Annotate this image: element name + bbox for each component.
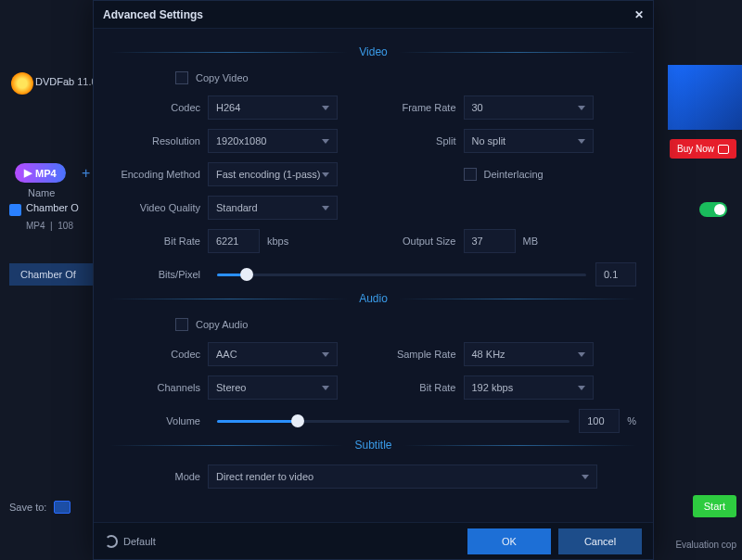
quality-select[interactable]: Standard bbox=[208, 196, 338, 220]
cancel-button[interactable]: Cancel bbox=[558, 528, 642, 554]
framerate-label: Frame Rate bbox=[385, 102, 464, 113]
video-bitrate-label: Bit Rate bbox=[110, 235, 208, 247]
buy-now-button[interactable]: Buy Now bbox=[670, 139, 736, 159]
quality-label: Video Quality bbox=[110, 202, 208, 213]
list-item-selected[interactable]: Chamber Of bbox=[9, 263, 102, 286]
subtitle-mode-select[interactable]: Direct render to video bbox=[208, 465, 597, 489]
audio-bitrate-select[interactable]: 192 kbps bbox=[464, 375, 594, 400]
add-button[interactable]: + bbox=[82, 165, 90, 182]
samplerate-select[interactable]: 48 KHz bbox=[464, 342, 594, 366]
copy-audio-label: Copy Audio bbox=[196, 319, 248, 330]
advanced-settings-modal: Advanced Settings ✕ Video Copy Video Cod… bbox=[93, 0, 654, 560]
item-checkbox[interactable] bbox=[9, 204, 21, 216]
resolution-label: Resolution bbox=[110, 135, 208, 146]
video-section-header: Video bbox=[110, 45, 636, 58]
split-label: Split bbox=[385, 135, 464, 146]
outputsize-input[interactable] bbox=[464, 229, 516, 253]
start-button[interactable]: Start bbox=[693, 495, 736, 517]
deinterlacing-checkbox[interactable] bbox=[464, 168, 477, 181]
save-to-label: Save to: bbox=[9, 501, 70, 514]
list-item-meta: MP4 | 108 bbox=[26, 221, 73, 231]
folder-icon[interactable] bbox=[54, 501, 70, 514]
encoding-label: Encoding Method bbox=[110, 169, 208, 180]
chevron-down-icon bbox=[578, 106, 585, 110]
copy-video-label: Copy Video bbox=[196, 72, 249, 83]
refresh-icon bbox=[105, 535, 118, 548]
volume-slider[interactable] bbox=[217, 412, 569, 430]
chevron-down-icon bbox=[578, 352, 585, 357]
modal-footer: Default OK Cancel bbox=[94, 522, 653, 559]
volume-unit: % bbox=[627, 415, 636, 426]
video-codec-select[interactable]: H264 bbox=[208, 95, 338, 120]
default-button[interactable]: Default bbox=[105, 535, 156, 548]
modal-body: Video Copy Video Codec H264 Frame Rate 3… bbox=[94, 29, 653, 522]
encoding-select[interactable]: Fast encoding (1-pass) bbox=[208, 162, 338, 186]
video-bitrate-input[interactable] bbox=[208, 229, 260, 253]
cart-icon bbox=[718, 145, 729, 154]
volume-input[interactable] bbox=[579, 409, 620, 433]
bitspixel-label: Bits/Pixel bbox=[110, 269, 208, 280]
modal-title: Advanced Settings bbox=[103, 8, 203, 21]
audio-codec-select[interactable]: AAC bbox=[208, 342, 338, 366]
copy-audio-checkbox[interactable] bbox=[175, 318, 188, 331]
enable-toggle[interactable] bbox=[699, 202, 727, 217]
channels-label: Channels bbox=[110, 382, 208, 393]
ok-button[interactable]: OK bbox=[467, 528, 551, 554]
bitrate-unit: kbps bbox=[267, 235, 288, 247]
channels-select[interactable]: Stereo bbox=[208, 375, 338, 400]
chevron-down-icon bbox=[578, 139, 585, 144]
chevron-down-icon bbox=[322, 139, 329, 144]
audio-section-header: Audio bbox=[110, 292, 636, 305]
promo-panel bbox=[668, 65, 742, 130]
modal-titlebar: Advanced Settings ✕ bbox=[94, 1, 653, 29]
framerate-select[interactable]: 30 bbox=[464, 95, 594, 120]
deinterlacing-row: Deinterlacing bbox=[464, 168, 544, 181]
split-select[interactable]: No split bbox=[464, 129, 594, 153]
bitspixel-input[interactable] bbox=[595, 262, 636, 286]
evaluation-text: Evaluation cop bbox=[675, 540, 736, 550]
samplerate-label: Sample Rate bbox=[385, 349, 464, 360]
subtitle-section-header: Subtitle bbox=[110, 439, 636, 452]
volume-label: Volume bbox=[110, 415, 208, 426]
chevron-down-icon bbox=[322, 352, 329, 357]
subtitle-mode-label: Mode bbox=[110, 471, 208, 482]
chevron-down-icon bbox=[582, 475, 589, 479]
copy-audio-row: Copy Audio bbox=[175, 318, 636, 331]
chevron-down-icon bbox=[322, 386, 329, 390]
audio-bitrate-label: Bit Rate bbox=[385, 382, 464, 393]
format-pill[interactable]: ▶ MP4 bbox=[15, 163, 66, 183]
chevron-down-icon bbox=[578, 386, 585, 390]
audio-codec-label: Codec bbox=[110, 349, 208, 360]
copy-video-checkbox[interactable] bbox=[175, 71, 188, 84]
column-header-name: Name bbox=[28, 187, 55, 198]
outputsize-unit: MB bbox=[523, 235, 539, 247]
deinterlacing-label: Deinterlacing bbox=[484, 169, 544, 180]
bitspixel-slider[interactable] bbox=[217, 265, 586, 284]
outputsize-label: Output Size bbox=[385, 235, 464, 247]
chevron-down-icon bbox=[322, 106, 329, 110]
chevron-down-icon bbox=[322, 172, 329, 177]
chevron-down-icon bbox=[322, 206, 329, 210]
close-icon[interactable]: ✕ bbox=[634, 8, 644, 21]
resolution-select[interactable]: 1920x1080 bbox=[208, 129, 338, 153]
app-logo-icon bbox=[11, 72, 33, 95]
codec-label: Codec bbox=[110, 102, 208, 113]
copy-video-row: Copy Video bbox=[175, 71, 636, 84]
